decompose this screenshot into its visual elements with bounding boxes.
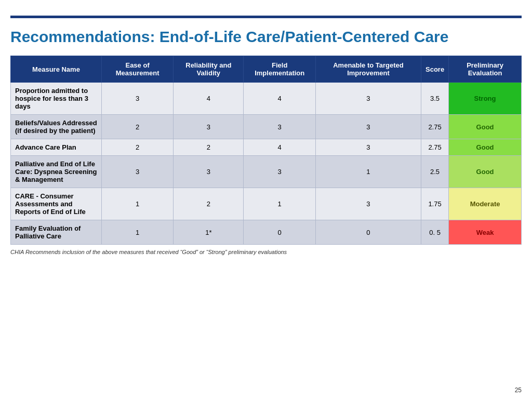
data-cell-amenable: 3: [315, 83, 421, 115]
evaluation-cell: Moderate: [449, 188, 522, 220]
data-cell-amenable: 3: [315, 188, 421, 220]
page: Recommendations: End-of-Life Care/Patien…: [0, 0, 532, 399]
measure-name-cell: Advance Care Plan: [11, 139, 102, 156]
table-row: Proportion admitted to hospice for less …: [11, 83, 522, 115]
data-cell-field: 3: [244, 115, 316, 139]
data-cell-amenable: 3: [315, 139, 421, 156]
data-cell-amenable: 1: [315, 156, 421, 188]
data-cell-reliability: 2: [174, 139, 244, 156]
data-cell-field: 4: [244, 139, 316, 156]
data-cell-score: 0. 5: [421, 220, 448, 245]
data-cell-field: 0: [244, 220, 316, 245]
measure-name-cell: Proportion admitted to hospice for less …: [11, 83, 102, 115]
table-row: Advance Care Plan22432.75Good: [11, 139, 522, 156]
data-cell-score: 2.75: [421, 139, 448, 156]
table-row: Palliative and End of Life Care: Dyspnea…: [11, 156, 522, 188]
evaluation-cell: Weak: [449, 220, 522, 245]
table-row: CARE - Consumer Assessments and Reports …: [11, 188, 522, 220]
data-cell-ease: 3: [102, 83, 174, 115]
col-header-ease: Ease of Measurement: [102, 56, 174, 83]
data-cell-ease: 1: [102, 220, 174, 245]
data-cell-amenable: 3: [315, 115, 421, 139]
data-cell-reliability: 2: [174, 188, 244, 220]
data-cell-reliability: 3: [174, 156, 244, 188]
measure-name-cell: Beliefs/Values Addressed (if desired by …: [11, 115, 102, 139]
recommendations-table: Measure Name Ease of Measurement Reliabi…: [10, 56, 522, 245]
data-cell-field: 3: [244, 156, 316, 188]
col-header-reliability: Reliability and Validity: [174, 56, 244, 83]
evaluation-cell: Good: [449, 156, 522, 188]
data-cell-reliability: 3: [174, 115, 244, 139]
evaluation-cell: Strong: [449, 83, 522, 115]
table-row: Family Evaluation of Palliative Care11*0…: [11, 220, 522, 245]
col-header-field: Field Implementation: [244, 56, 316, 83]
data-cell-amenable: 0: [315, 220, 421, 245]
table-header-row: Measure Name Ease of Measurement Reliabi…: [11, 56, 522, 83]
col-header-score: Score: [421, 56, 448, 83]
data-cell-score: 2.5: [421, 156, 448, 188]
top-border: [10, 16, 522, 18]
page-title: Recommendations: End-of-Life Care/Patien…: [10, 28, 522, 46]
data-cell-field: 4: [244, 83, 316, 115]
data-cell-ease: 1: [102, 188, 174, 220]
data-cell-score: 3.5: [421, 83, 448, 115]
data-cell-field: 1: [244, 188, 316, 220]
table-row: Beliefs/Values Addressed (if desired by …: [11, 115, 522, 139]
evaluation-cell: Good: [449, 139, 522, 156]
measure-name-cell: CARE - Consumer Assessments and Reports …: [11, 188, 102, 220]
evaluation-cell: Good: [449, 115, 522, 139]
data-cell-ease: 2: [102, 115, 174, 139]
data-cell-reliability: 1*: [174, 220, 244, 245]
measure-name-cell: Palliative and End of Life Care: Dyspnea…: [11, 156, 102, 188]
data-cell-score: 1.75: [421, 188, 448, 220]
col-header-evaluation: Preliminary Evaluation: [449, 56, 522, 83]
col-header-amenable: Amenable to Targeted Improvement: [315, 56, 421, 83]
measure-name-cell: Family Evaluation of Palliative Care: [11, 220, 102, 245]
data-cell-ease: 2: [102, 139, 174, 156]
data-cell-ease: 3: [102, 156, 174, 188]
col-header-measure-name: Measure Name: [11, 56, 102, 83]
data-cell-score: 2.75: [421, 115, 448, 139]
data-cell-reliability: 4: [174, 83, 244, 115]
footnote: CHIA Recommends inclusion of the above m…: [10, 249, 522, 255]
page-number: 25: [515, 387, 522, 394]
